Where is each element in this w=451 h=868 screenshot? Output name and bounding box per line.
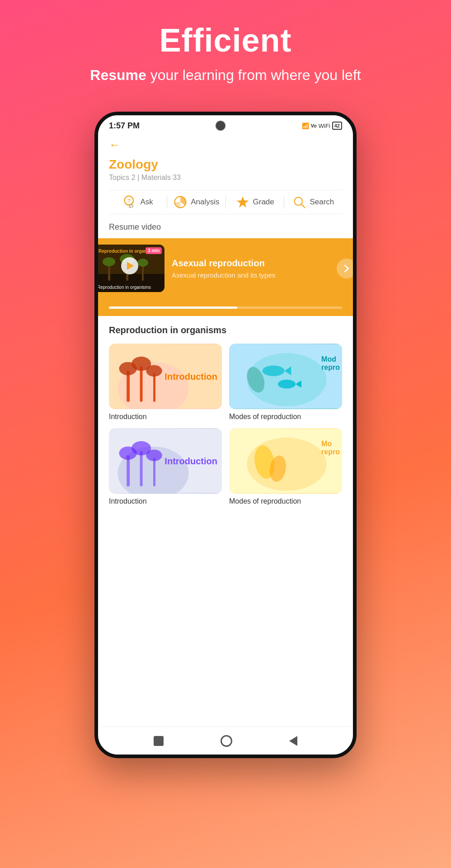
ask-icon: ? 💬: [122, 195, 137, 209]
svg-point-24: [146, 365, 162, 377]
grade-icon: [235, 195, 250, 209]
arrow-right-icon: [342, 264, 352, 274]
card-overlay-modes: Modrepro: [321, 355, 340, 372]
card-thumb-modes: Modrepro: [229, 344, 342, 409]
svg-line-7: [301, 204, 305, 208]
card-overlay-modes2: Morepro: [321, 440, 340, 456]
subject-title: Zoology: [109, 157, 342, 172]
search-icon: [292, 195, 306, 209]
circle-icon: [221, 735, 232, 747]
nav-square-button[interactable]: [154, 736, 164, 746]
modes-card-illustration: [229, 344, 342, 409]
toolbar: ? 💬 Ask Analysis: [109, 190, 342, 214]
svg-point-39: [146, 450, 162, 461]
card-introduction[interactable]: Introduction Introduction: [109, 344, 222, 421]
card-introduction-2[interactable]: Introduction Introduction: [109, 428, 222, 505]
back-button[interactable]: ←: [109, 138, 121, 152]
subheadline-rest: your learning from where you left: [146, 67, 361, 83]
card-overlay-intro: Introduction: [164, 371, 217, 382]
resume-title: Asexual reproduction: [172, 258, 329, 269]
svg-rect-38: [153, 458, 155, 486]
back-icon: [289, 736, 297, 746]
toolbar-analysis[interactable]: Analysis: [167, 195, 225, 209]
resume-info: Asexual reproduction Asexual reproductio…: [172, 258, 329, 279]
card-label-modes2: Modes of reproduction: [229, 497, 301, 505]
page-header: Efficient Resume your learning from wher…: [90, 22, 361, 84]
vo-label: Vo: [311, 123, 317, 128]
svg-point-27: [263, 365, 285, 376]
subject-meta: Topics 2 | Materials 33: [109, 174, 342, 182]
app-content: ← Zoology Topics 2 | Materials 33 ? 💬 As…: [98, 133, 353, 232]
resume-card[interactable]: Reproduction in organism 3 min Reproduct…: [94, 238, 357, 298]
card-modes[interactable]: Modrepro Modes of reproduction: [229, 344, 342, 421]
modes2-card-illustration: [229, 428, 342, 494]
progress-bar-container: [109, 307, 342, 309]
content-section: Reproduction in organisms: [98, 316, 353, 505]
battery-level: 42: [334, 123, 340, 128]
resume-section-label: Resume video: [109, 222, 342, 232]
svg-text:?: ?: [128, 198, 131, 203]
analysis-icon: [173, 195, 188, 209]
svg-point-12: [103, 257, 115, 266]
card-thumb-intro: Introduction: [109, 344, 222, 409]
toolbar-ask[interactable]: ? 💬 Ask: [109, 195, 167, 209]
status-bar: 1:57 PM 📶 Vo WiFi 42: [98, 115, 353, 133]
cards-grid: Introduction Introduction: [109, 344, 342, 505]
svg-text:💬: 💬: [130, 204, 133, 208]
svg-rect-34: [127, 455, 130, 486]
bottom-nav: [98, 726, 353, 755]
status-icons: 📶 Vo WiFi 42: [302, 122, 343, 130]
battery-icon: 42: [332, 122, 342, 130]
play-button[interactable]: [121, 257, 138, 274]
progress-bar-fill: [109, 307, 237, 309]
signal-icon: 📶: [302, 123, 309, 129]
svg-marker-5: [236, 197, 249, 208]
nav-back-button[interactable]: [289, 736, 297, 746]
svg-rect-36: [140, 451, 143, 486]
card-thumb-modes2: Morepro: [229, 428, 342, 494]
resume-arrow-button[interactable]: [337, 259, 357, 278]
content-section-title: Reproduction in organisms: [109, 325, 342, 335]
card-thumb-intro2: Introduction: [109, 428, 222, 494]
card-label-intro: Introduction: [109, 413, 147, 421]
video-thumbnail: Reproduction in organism 3 min Reproduct…: [94, 245, 164, 292]
resume-subtitle: Asexual reproduction and its types: [172, 271, 329, 279]
card-modes-2[interactable]: Morepro Modes of reproduction: [229, 428, 342, 505]
toolbar-grade-label: Grade: [253, 198, 274, 207]
card-label-intro2: Introduction: [109, 497, 147, 505]
main-headline: Efficient: [90, 22, 361, 59]
svg-rect-23: [153, 373, 155, 402]
square-icon: [154, 736, 164, 746]
toolbar-search-label: Search: [310, 198, 334, 207]
camera-dot: [216, 121, 226, 131]
svg-point-29: [278, 380, 296, 389]
svg-point-16: [137, 259, 148, 267]
card-label-modes: Modes of reproduction: [229, 413, 301, 421]
play-triangle: [127, 262, 134, 270]
card-overlay-intro2: Introduction: [164, 456, 217, 466]
toolbar-analysis-label: Analysis: [191, 198, 219, 207]
video-caption: Reproduction in organisms: [97, 285, 151, 290]
phone-frame: 1:57 PM 📶 Vo WiFi 42 ← Zoology Topics 2 …: [94, 112, 357, 758]
svg-rect-21: [140, 366, 143, 401]
subheadline-bold: Resume: [90, 67, 146, 83]
wifi-icon: WiFi: [319, 123, 330, 129]
status-time: 1:57 PM: [109, 121, 140, 131]
video-duration: 3 min: [146, 247, 162, 254]
main-subheadline: Resume your learning from where you left: [90, 67, 361, 84]
nav-home-button[interactable]: [221, 735, 232, 747]
toolbar-ask-label: Ask: [140, 198, 153, 207]
svg-rect-19: [127, 371, 130, 402]
toolbar-search[interactable]: Search: [284, 195, 342, 209]
toolbar-grade[interactable]: Grade: [226, 195, 284, 209]
